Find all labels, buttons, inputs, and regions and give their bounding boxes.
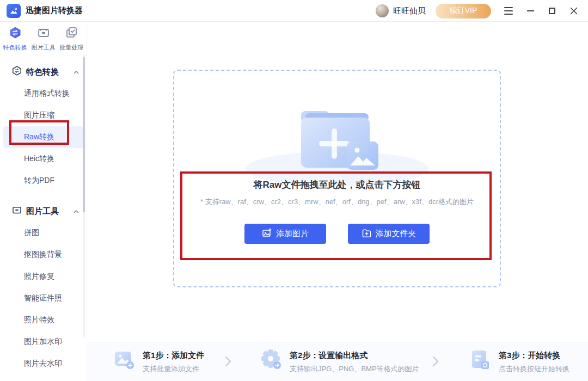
sidebar-item-cutout-background[interactable]: 抠图换背景	[3, 244, 83, 266]
sidebar-item-general-format-convert[interactable]: 通用格式转换	[3, 83, 83, 105]
box-tool-outline-icon	[12, 205, 22, 217]
hexagon-swap-outline-icon	[12, 66, 22, 78]
toolbox-icon	[37, 26, 50, 41]
step-desc: 支持批量添加文件	[143, 364, 204, 374]
main-panel: 将Raw文件拖拽至此处，或点击下方按钮 * 支持raw、raf、crw、cr2、…	[87, 22, 588, 342]
chevron-right-icon	[432, 355, 439, 370]
hamburger-menu-icon[interactable]	[498, 0, 519, 22]
dropzone-supported-formats: * 支持raw、raf、crw、cr2、cr3、mrw、nef、orf、dng、…	[174, 197, 500, 207]
steps-bar: 第1步：添加文件 支持批量添加文件 第2步：设置输出格式 支	[87, 342, 588, 381]
step-title: 第2步：设置输出格式	[290, 351, 419, 361]
sidebar-tabs: 特色转换 图片工具 批量处理	[0, 26, 87, 52]
sidebar-item-raw-convert[interactable]: Raw转换	[3, 126, 83, 148]
user-avatar[interactable]	[376, 4, 389, 17]
app-logo-icon	[7, 4, 21, 18]
section-label: 图片工具	[26, 206, 74, 217]
renew-vip-button[interactable]: 续订VIP	[436, 4, 491, 19]
tab-special-convert[interactable]: 特色转换	[1, 26, 29, 52]
sidebar-item-remove-watermark[interactable]: 图片去水印	[3, 353, 83, 374]
tab-label: 批量处理	[59, 44, 83, 52]
sidebar-item-to-pdf[interactable]: 转为PDF	[3, 170, 83, 192]
chevron-up-icon	[74, 67, 79, 77]
dropzone-title: 将Raw文件拖拽至此处，或点击下方按钮	[174, 179, 500, 191]
tab-label: 图片工具	[32, 44, 56, 52]
add-image-icon	[262, 228, 272, 239]
batch-check-icon	[65, 26, 78, 41]
step-desc: 点击转换按钮开始转换	[499, 364, 569, 374]
app-title: 迅捷图片转换器	[26, 5, 83, 16]
step-title: 第1步：添加文件	[143, 351, 204, 361]
sidebar-item-photo-effects[interactable]: 照片特效	[3, 309, 83, 331]
step-title: 第3步：开始转换	[499, 351, 569, 361]
sidebar-section-special-convert[interactable]: 特色转换	[0, 61, 87, 83]
sidebar-section-image-tools[interactable]: 图片工具	[0, 200, 87, 222]
chevron-right-icon	[224, 355, 232, 370]
sidebar-scrollbar-track	[83, 54, 85, 337]
title-bar: 迅捷图片转换器 旺旺仙贝 续订VIP	[0, 0, 588, 22]
close-button[interactable]	[563, 0, 585, 22]
step-1-add-files: 第1步：添加文件 支持批量添加文件	[113, 349, 204, 374]
sidebar-scrollbar-thumb[interactable]	[83, 57, 85, 212]
step-3-start-convert: 第3步：开始转换 点击转换按钮开始转换	[469, 349, 569, 374]
maximize-button[interactable]	[541, 0, 563, 22]
add-folder-label: 添加文件夹	[376, 229, 416, 239]
add-image-button[interactable]: 添加图片	[244, 224, 326, 244]
raw-file-dropzone[interactable]: 将Raw文件拖拽至此处，或点击下方按钮 * 支持raw、raf、crw、cr2、…	[173, 70, 501, 287]
tab-image-tools[interactable]: 图片工具	[29, 26, 58, 52]
document-convert-icon	[469, 349, 491, 374]
username[interactable]: 旺旺仙贝	[393, 6, 426, 16]
chevron-up-icon	[74, 206, 79, 216]
folder-add-image-illustration	[244, 105, 430, 188]
step-2-set-output-format: 第2步：设置输出格式 支持输出JPG、PNG、BMP等格式的图片	[260, 349, 419, 374]
sidebar-item-photo-repair[interactable]: 照片修复	[3, 266, 83, 287]
minimize-button[interactable]	[519, 0, 541, 22]
step-desc: 支持输出JPG、PNG、BMP等格式的图片	[290, 364, 419, 374]
tab-label: 特色转换	[3, 44, 27, 52]
section-label: 特色转换	[26, 67, 74, 77]
sidebar: 特色转换 图片工具 批量处理	[0, 22, 87, 381]
gear-output-icon	[260, 349, 282, 374]
sidebar-item-add-watermark[interactable]: 图片加水印	[3, 331, 83, 353]
tab-batch-process[interactable]: 批量处理	[57, 26, 85, 52]
add-folder-icon	[362, 228, 371, 239]
add-image-label: 添加图片	[276, 229, 309, 239]
sidebar-item-collage[interactable]: 拼图	[3, 222, 83, 244]
add-folder-button[interactable]: 添加文件夹	[348, 224, 430, 244]
sidebar-item-image-compress[interactable]: 图片压缩	[3, 105, 83, 126]
hexagon-swap-icon	[9, 26, 22, 41]
sidebar-item-smart-id-photo[interactable]: 智能证件照	[3, 287, 83, 309]
sidebar-item-heic-convert[interactable]: Heic转换	[3, 148, 83, 170]
image-plus-icon	[113, 349, 135, 374]
sidebar-item-smart-eraser[interactable]: 智能消除笔	[3, 374, 83, 381]
